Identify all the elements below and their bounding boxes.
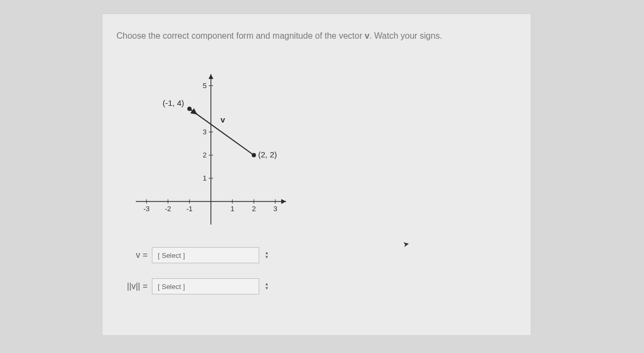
svg-text:-2: -2	[165, 205, 171, 213]
chart-svg: yx-3-2-11231235(-1, 4)(2, 2)v	[136, 74, 286, 225]
chevron-down-icon: ▼	[265, 255, 269, 260]
stepper-icon[interactable]: ▲ ▼	[265, 251, 269, 260]
select-magnitude[interactable]: [ Select ]	[152, 278, 259, 294]
cursor-icon: ➤	[402, 239, 410, 249]
svg-text:1: 1	[230, 205, 234, 213]
svg-text:3: 3	[273, 205, 277, 213]
svg-text:5: 5	[203, 82, 207, 90]
question-prompt: Choose the correct component form and ma…	[116, 30, 517, 42]
select-vector-form[interactable]: [ Select ]	[152, 247, 259, 263]
row-magnitude-select: ||v|| = [ Select ] ▲ ▼	[122, 278, 517, 294]
svg-text:-3: -3	[143, 205, 150, 213]
prompt-suffix: . Watch your signs.	[369, 31, 442, 40]
svg-text:1: 1	[203, 174, 207, 182]
prompt-prefix: Choose the correct component form and ma…	[116, 31, 364, 40]
row-vector-select: v = [ Select ] ▲ ▼	[122, 247, 517, 263]
svg-text:(-1, 4): (-1, 4)	[163, 98, 184, 107]
stepper-icon[interactable]: ▲ ▼	[265, 282, 269, 291]
select-placeholder: [ Select ]	[158, 251, 185, 260]
chevron-down-icon: ▼	[265, 286, 269, 291]
vector-chart: yx-3-2-11231235(-1, 4)(2, 2)v	[136, 74, 286, 225]
question-panel: Choose the correct component form and ma…	[102, 13, 531, 336]
svg-point-27	[252, 153, 256, 157]
svg-text:2: 2	[252, 205, 255, 213]
svg-text:2: 2	[203, 151, 207, 159]
label-v-equals: v =	[122, 250, 148, 260]
svg-text:v: v	[221, 116, 225, 125]
svg-point-26	[187, 107, 192, 111]
svg-text:3: 3	[203, 128, 207, 136]
label-magnitude: ||v|| =	[122, 282, 148, 291]
svg-text:-1: -1	[186, 205, 193, 213]
svg-text:(2, 2): (2, 2)	[258, 150, 277, 159]
select-placeholder: [ Select ]	[158, 283, 185, 291]
